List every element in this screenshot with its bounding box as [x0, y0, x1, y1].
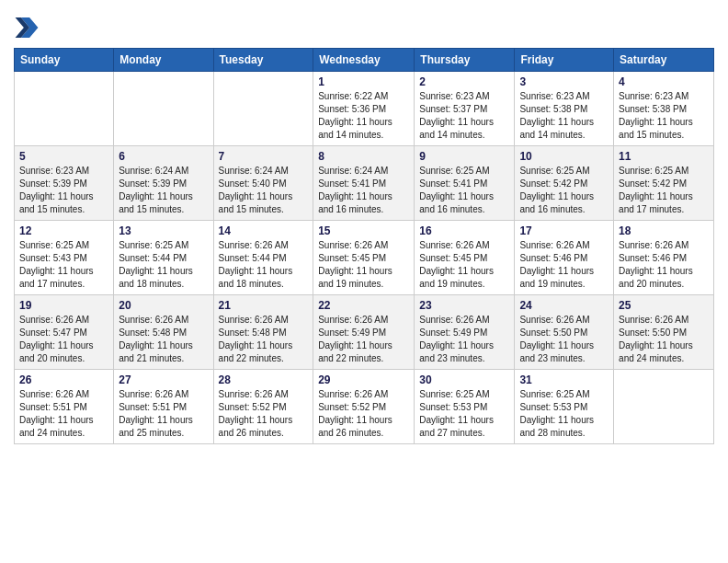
calendar-week-row: 5Sunrise: 6:23 AM Sunset: 5:39 PM Daylig… — [15, 146, 714, 221]
day-header-thursday: Thursday — [415, 49, 515, 72]
day-info: Sunrise: 6:26 AM Sunset: 5:49 PM Dayligh… — [419, 314, 509, 365]
calendar-cell — [614, 370, 714, 444]
day-info: Sunrise: 6:26 AM Sunset: 5:48 PM Dayligh… — [119, 314, 208, 365]
day-info: Sunrise: 6:26 AM Sunset: 5:45 PM Dayligh… — [419, 239, 509, 291]
day-info: Sunrise: 6:26 AM Sunset: 5:48 PM Dayligh… — [219, 314, 309, 365]
day-info: Sunrise: 6:25 AM Sunset: 5:53 PM Dayligh… — [519, 388, 609, 440]
calendar-cell: 7Sunrise: 6:24 AM Sunset: 5:40 PM Daylig… — [213, 146, 313, 221]
day-header-saturday: Saturday — [614, 49, 714, 72]
calendar-cell: 25Sunrise: 6:26 AM Sunset: 5:50 PM Dayli… — [614, 295, 714, 370]
day-info: Sunrise: 6:26 AM Sunset: 5:51 PM Dayligh… — [119, 388, 208, 440]
day-info: Sunrise: 6:26 AM Sunset: 5:47 PM Dayligh… — [19, 314, 108, 365]
day-number: 17 — [519, 224, 609, 237]
calendar-cell: 31Sunrise: 6:25 AM Sunset: 5:53 PM Dayli… — [515, 370, 614, 444]
calendar-cell — [15, 72, 114, 146]
calendar-cell: 24Sunrise: 6:26 AM Sunset: 5:50 PM Dayli… — [515, 295, 614, 370]
day-number: 4 — [619, 75, 709, 88]
calendar-cell: 4Sunrise: 6:23 AM Sunset: 5:38 PM Daylig… — [614, 72, 714, 146]
calendar-cell: 19Sunrise: 6:26 AM Sunset: 5:47 PM Dayli… — [15, 295, 114, 370]
day-info: Sunrise: 6:26 AM Sunset: 5:49 PM Dayligh… — [318, 314, 409, 365]
calendar-cell: 13Sunrise: 6:25 AM Sunset: 5:44 PM Dayli… — [114, 221, 213, 295]
calendar-cell: 2Sunrise: 6:23 AM Sunset: 5:37 PM Daylig… — [415, 72, 515, 146]
day-info: Sunrise: 6:26 AM Sunset: 5:44 PM Dayligh… — [219, 239, 309, 291]
day-info: Sunrise: 6:26 AM Sunset: 5:50 PM Dayligh… — [519, 314, 609, 365]
calendar-table: SundayMondayTuesdayWednesdayThursdayFrid… — [14, 48, 714, 444]
day-number: 12 — [19, 224, 108, 237]
calendar-cell: 1Sunrise: 6:22 AM Sunset: 5:36 PM Daylig… — [313, 72, 415, 146]
day-number: 24 — [519, 299, 609, 312]
day-header-tuesday: Tuesday — [213, 49, 313, 72]
calendar-cell: 11Sunrise: 6:25 AM Sunset: 5:42 PM Dayli… — [614, 146, 714, 221]
day-info: Sunrise: 6:24 AM Sunset: 5:40 PM Dayligh… — [219, 165, 309, 216]
day-header-friday: Friday — [515, 49, 614, 72]
calendar-week-row: 1Sunrise: 6:22 AM Sunset: 5:36 PM Daylig… — [15, 72, 714, 146]
calendar-cell: 30Sunrise: 6:25 AM Sunset: 5:53 PM Dayli… — [415, 370, 515, 444]
day-info: Sunrise: 6:23 AM Sunset: 5:39 PM Dayligh… — [19, 165, 108, 216]
calendar-cell: 29Sunrise: 6:26 AM Sunset: 5:52 PM Dayli… — [313, 370, 415, 444]
calendar-cell: 8Sunrise: 6:24 AM Sunset: 5:41 PM Daylig… — [313, 146, 415, 221]
day-number: 5 — [19, 150, 108, 163]
day-info: Sunrise: 6:25 AM Sunset: 5:42 PM Dayligh… — [619, 165, 709, 216]
day-info: Sunrise: 6:26 AM Sunset: 5:45 PM Dayligh… — [318, 239, 409, 291]
day-number: 7 — [219, 150, 309, 163]
day-number: 10 — [519, 150, 609, 163]
calendar-cell: 23Sunrise: 6:26 AM Sunset: 5:49 PM Dayli… — [415, 295, 515, 370]
day-info: Sunrise: 6:25 AM Sunset: 5:53 PM Dayligh… — [419, 388, 509, 440]
day-number: 6 — [119, 150, 208, 163]
logo — [14, 15, 43, 40]
calendar-cell: 9Sunrise: 6:25 AM Sunset: 5:41 PM Daylig… — [415, 146, 515, 221]
header — [14, 9, 714, 40]
calendar-cell: 18Sunrise: 6:26 AM Sunset: 5:46 PM Dayli… — [614, 221, 714, 295]
day-number: 26 — [19, 373, 108, 386]
day-info: Sunrise: 6:26 AM Sunset: 5:46 PM Dayligh… — [619, 239, 709, 291]
calendar-cell: 14Sunrise: 6:26 AM Sunset: 5:44 PM Dayli… — [213, 221, 313, 295]
day-info: Sunrise: 6:26 AM Sunset: 5:46 PM Dayligh… — [519, 239, 609, 291]
day-info: Sunrise: 6:25 AM Sunset: 5:44 PM Dayligh… — [119, 239, 208, 291]
day-number: 18 — [619, 224, 709, 237]
day-number: 13 — [119, 224, 208, 237]
calendar-cell: 22Sunrise: 6:26 AM Sunset: 5:49 PM Dayli… — [313, 295, 415, 370]
calendar-header-row: SundayMondayTuesdayWednesdayThursdayFrid… — [15, 49, 714, 72]
calendar-cell: 3Sunrise: 6:23 AM Sunset: 5:38 PM Daylig… — [515, 72, 614, 146]
day-number: 22 — [318, 299, 409, 312]
calendar-cell — [114, 72, 213, 146]
day-number: 9 — [419, 150, 509, 163]
calendar-cell: 21Sunrise: 6:26 AM Sunset: 5:48 PM Dayli… — [213, 295, 313, 370]
day-info: Sunrise: 6:23 AM Sunset: 5:38 PM Dayligh… — [519, 90, 609, 142]
day-number: 29 — [318, 373, 409, 386]
day-info: Sunrise: 6:23 AM Sunset: 5:38 PM Dayligh… — [619, 90, 709, 142]
calendar-cell — [213, 72, 313, 146]
day-number: 19 — [19, 299, 108, 312]
day-info: Sunrise: 6:22 AM Sunset: 5:36 PM Dayligh… — [318, 90, 409, 142]
day-header-wednesday: Wednesday — [313, 49, 415, 72]
calendar-cell: 5Sunrise: 6:23 AM Sunset: 5:39 PM Daylig… — [15, 146, 114, 221]
day-info: Sunrise: 6:26 AM Sunset: 5:52 PM Dayligh… — [318, 388, 409, 440]
day-number: 14 — [219, 224, 309, 237]
logo-icon — [14, 15, 40, 40]
calendar-week-row: 19Sunrise: 6:26 AM Sunset: 5:47 PM Dayli… — [15, 295, 714, 370]
page: SundayMondayTuesdayWednesdayThursdayFrid… — [0, 0, 728, 563]
day-header-monday: Monday — [114, 49, 213, 72]
day-info: Sunrise: 6:25 AM Sunset: 5:43 PM Dayligh… — [19, 239, 108, 291]
day-number: 30 — [419, 373, 509, 386]
calendar-cell: 12Sunrise: 6:25 AM Sunset: 5:43 PM Dayli… — [15, 221, 114, 295]
day-header-sunday: Sunday — [15, 49, 114, 72]
day-info: Sunrise: 6:24 AM Sunset: 5:41 PM Dayligh… — [318, 165, 409, 216]
day-number: 28 — [219, 373, 309, 386]
calendar-cell: 16Sunrise: 6:26 AM Sunset: 5:45 PM Dayli… — [415, 221, 515, 295]
calendar-cell: 10Sunrise: 6:25 AM Sunset: 5:42 PM Dayli… — [515, 146, 614, 221]
day-info: Sunrise: 6:23 AM Sunset: 5:37 PM Dayligh… — [419, 90, 509, 142]
day-number: 3 — [519, 75, 609, 88]
calendar-cell: 27Sunrise: 6:26 AM Sunset: 5:51 PM Dayli… — [114, 370, 213, 444]
day-number: 11 — [619, 150, 709, 163]
day-info: Sunrise: 6:24 AM Sunset: 5:39 PM Dayligh… — [119, 165, 208, 216]
day-number: 16 — [419, 224, 509, 237]
calendar-cell: 28Sunrise: 6:26 AM Sunset: 5:52 PM Dayli… — [213, 370, 313, 444]
calendar-cell: 15Sunrise: 6:26 AM Sunset: 5:45 PM Dayli… — [313, 221, 415, 295]
day-info: Sunrise: 6:25 AM Sunset: 5:41 PM Dayligh… — [419, 165, 509, 216]
day-number: 23 — [419, 299, 509, 312]
calendar-cell: 26Sunrise: 6:26 AM Sunset: 5:51 PM Dayli… — [15, 370, 114, 444]
day-number: 8 — [318, 150, 409, 163]
calendar-cell: 17Sunrise: 6:26 AM Sunset: 5:46 PM Dayli… — [515, 221, 614, 295]
day-number: 2 — [419, 75, 509, 88]
